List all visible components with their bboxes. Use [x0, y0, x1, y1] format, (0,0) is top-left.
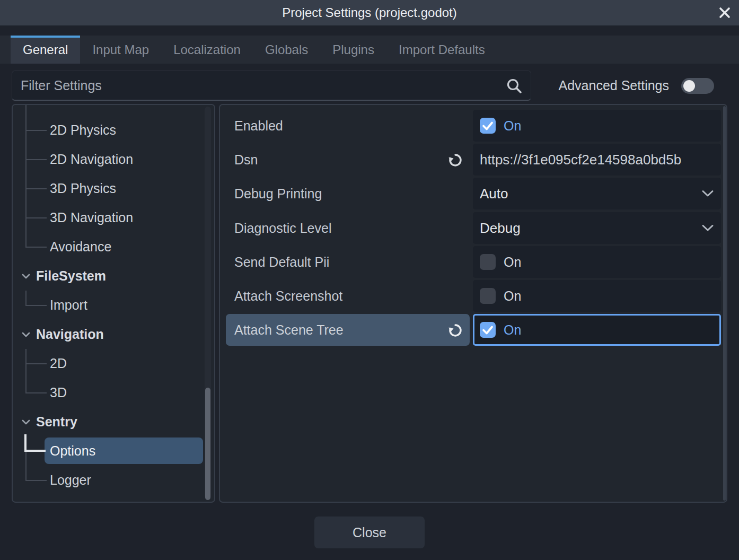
tree-item-label: 2D Navigation	[50, 152, 133, 167]
tree-item-label: FileSystem	[36, 268, 106, 284]
tree-item-3d-navigation[interactable]: 3D Navigation	[13, 203, 214, 232]
toggle-knob	[683, 80, 695, 92]
property-row-attach-scene-tree: Attach Scene Tree On	[220, 313, 726, 347]
tree-guide-selected	[24, 450, 46, 452]
tree-item-navigation[interactable]: Navigation	[13, 320, 214, 349]
tree-item-avoidance[interactable]: Avoidance	[13, 232, 214, 261]
tree-guide-selected	[24, 434, 27, 451]
filter-settings-input[interactable]	[20, 71, 497, 100]
tree-item-3d[interactable]: 3D	[13, 378, 214, 407]
property-label: Send Default Pii	[234, 245, 329, 279]
tab-globals[interactable]: Globals	[253, 36, 320, 64]
checkbox-value-label: On	[504, 110, 521, 142]
tab-plugins[interactable]: Plugins	[320, 36, 386, 64]
send-default-pii-cell: On	[473, 246, 721, 278]
tree-item-logger[interactable]: Logger	[13, 466, 214, 495]
property-label: Diagnostic Level	[234, 211, 331, 245]
tree-item-label: 2D	[50, 356, 67, 371]
tree-item-label: Logger	[50, 472, 91, 488]
diagnostic-level-dropdown[interactable]: Debug	[473, 212, 721, 244]
tree-guide	[25, 130, 47, 131]
property-label: Debug Printing	[234, 177, 322, 211]
property-row-dsn: Dsn https://3f1e095cf2e14598a0bd5b	[220, 143, 726, 177]
property-row-debug-printing: Debug Printing Auto	[220, 177, 726, 211]
close-icon[interactable]	[718, 6, 732, 20]
tree-guide	[25, 188, 47, 189]
checkbox-checked[interactable]	[480, 322, 496, 338]
check-icon	[480, 118, 496, 134]
property-label: Attach Screenshot	[234, 279, 342, 313]
tree-item-sentry[interactable]: Sentry	[13, 407, 214, 436]
main-scrollbar[interactable]	[723, 106, 726, 501]
project-settings-dialog: Project Settings (project.godot) General…	[0, 0, 739, 560]
tree-item-label: 2D Physics	[50, 122, 116, 138]
tree-item-2d[interactable]: 2D	[13, 349, 214, 378]
tree-item-label: Options	[50, 443, 95, 459]
tree-guide	[25, 217, 47, 218]
attach-scene-tree-cell-focused: On	[473, 314, 721, 346]
tree-item-label: 3D Navigation	[50, 210, 133, 225]
tree-item-label: Navigation	[36, 327, 104, 342]
property-row-send-default-pii: Send Default Pii On	[220, 245, 726, 279]
search-icon	[505, 77, 523, 95]
tree-item-label: Import	[50, 298, 87, 313]
checkbox-value-label: On	[504, 280, 521, 312]
tree-item-options-selected[interactable]: Options	[13, 436, 214, 466]
tree-guide	[25, 247, 47, 248]
tree-guide	[25, 291, 27, 306]
chevron-down-icon	[701, 189, 715, 198]
dsn-value: https://3f1e095cf2e14598a0bd5b	[480, 144, 720, 176]
filter-settings-box	[12, 71, 531, 101]
tree-item-label: 3D Physics	[50, 181, 116, 196]
tree-guide	[25, 392, 47, 393]
property-label: Attach Scene Tree	[234, 313, 344, 347]
tree-item-3d-physics[interactable]: 3D Physics	[13, 174, 214, 203]
settings-tree: 2D Physics 2D Navigation 3D Physics 3D N…	[12, 104, 215, 503]
checkbox-unchecked[interactable]	[480, 254, 496, 270]
dropdown-value: Debug	[480, 212, 521, 244]
checkbox-value-label: On	[504, 316, 521, 347]
dialog-title: Project Settings (project.godot)	[0, 0, 739, 25]
tree-guide	[25, 480, 47, 481]
tree-item-2d-physics[interactable]: 2D Physics	[13, 116, 214, 145]
tree-item-2d-navigation[interactable]: 2D Navigation	[13, 145, 214, 174]
chevron-down-icon[interactable]	[21, 418, 31, 426]
dsn-text-field[interactable]: https://3f1e095cf2e14598a0bd5b	[473, 144, 721, 176]
checkbox-checked[interactable]	[480, 118, 496, 134]
advanced-settings-label: Advanced Settings	[539, 71, 669, 101]
tree-guide	[25, 159, 47, 160]
close-button[interactable]: Close	[314, 517, 425, 548]
chevron-down-icon[interactable]	[21, 272, 31, 281]
attach-screenshot-cell: On	[473, 280, 721, 312]
tab-import-defaults[interactable]: Import Defaults	[386, 36, 497, 64]
tab-localization[interactable]: Localization	[161, 36, 253, 64]
tree-guide	[25, 232, 27, 248]
property-label: Enabled	[234, 109, 283, 143]
check-icon	[480, 322, 496, 338]
tab-input-map[interactable]: Input Map	[80, 36, 161, 64]
property-row-enabled: Enabled On	[220, 109, 726, 143]
property-row-diagnostic-level: Diagnostic Level Debug	[220, 211, 726, 245]
property-row-attach-screenshot: Attach Screenshot On	[220, 279, 726, 313]
tree-item-import[interactable]: Import	[13, 291, 214, 320]
tree-guide	[25, 105, 27, 116]
tree-guide	[25, 363, 47, 364]
tree-item-filesystem[interactable]: FileSystem	[13, 261, 214, 291]
tab-bar: General Input Map Localization Globals P…	[0, 36, 739, 64]
checkbox-unchecked[interactable]	[480, 288, 496, 304]
revert-icon[interactable]	[447, 321, 464, 338]
advanced-settings-toggle[interactable]	[681, 78, 714, 94]
checkbox-value-label: On	[504, 246, 521, 278]
properties-panel: Enabled On Dsn https://3f1e095cf2e14598a…	[219, 104, 727, 503]
tab-general[interactable]: General	[11, 36, 80, 64]
chevron-down-icon	[701, 224, 715, 232]
tree-item-label: 3D	[50, 385, 67, 400]
property-label: Dsn	[234, 143, 258, 177]
debug-printing-dropdown[interactable]: Auto	[473, 178, 721, 209]
tree-guide	[25, 378, 27, 393]
sidebar-scrollbar-thumb[interactable]	[205, 388, 210, 500]
revert-icon[interactable]	[447, 151, 464, 168]
enabled-checkbox-cell: On	[473, 110, 721, 142]
tree-item-label: Sentry	[36, 414, 77, 430]
chevron-down-icon[interactable]	[21, 330, 31, 339]
